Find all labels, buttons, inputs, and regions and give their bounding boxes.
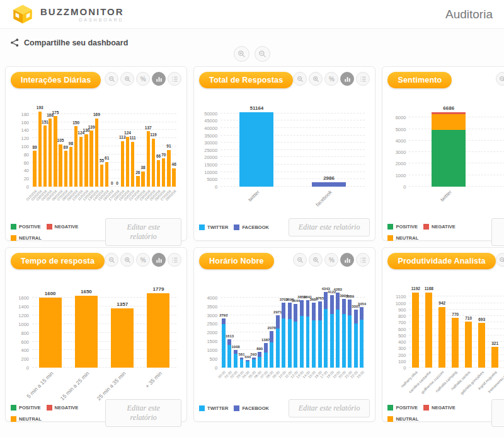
percent-view-button[interactable]: % (324, 72, 338, 86)
bar-chart-view-button[interactable] (340, 72, 354, 86)
bar[interactable] (121, 141, 124, 187)
bar[interactable] (131, 142, 134, 187)
bar-column[interactable]: 58103:00 (239, 287, 245, 368)
bar[interactable] (324, 292, 328, 368)
bar[interactable] (141, 172, 144, 187)
bar[interactable] (354, 310, 358, 368)
bar-column[interactable]: 9808/02/18 (68, 106, 73, 187)
bar[interactable] (95, 119, 98, 187)
bar[interactable] (264, 343, 268, 368)
bar-column[interactable]: 11924/02/18 (151, 106, 156, 187)
bar-column[interactable]: 16804/02/18 (48, 106, 53, 187)
share-dashboard-link[interactable]: Compartilhe seu dashboard (24, 38, 128, 47)
bar-column[interactable]: 942guilherme.zucconi (435, 287, 449, 368)
chart-zoom-in-button[interactable] (309, 72, 323, 86)
bar[interactable] (360, 307, 364, 368)
bar-column[interactable]: 9127/02/18 (166, 106, 171, 187)
bar-column[interactable]: 345423:00 (359, 287, 365, 368)
bar-column[interactable]: 89006:00 (256, 287, 263, 368)
bar-column[interactable]: 51164twitter (220, 106, 293, 187)
bar[interactable] (312, 182, 346, 187)
bar[interactable] (306, 300, 310, 368)
bar-column[interactable]: 1779+ 35 min (140, 287, 176, 368)
bar-chart-view-button[interactable] (152, 72, 166, 86)
bar-column[interactable]: 13912/02/18 (89, 106, 94, 187)
list-view-button[interactable] (168, 253, 181, 267)
bar[interactable] (33, 151, 36, 187)
bar[interactable] (258, 352, 261, 368)
bar[interactable] (79, 137, 83, 187)
bar-column[interactable]: 390420:00 (341, 287, 347, 368)
bar[interactable] (294, 304, 297, 368)
bar[interactable] (336, 293, 340, 368)
bar[interactable] (282, 303, 285, 368)
bar[interactable] (75, 296, 98, 368)
bar[interactable] (43, 125, 47, 187)
bar[interactable] (432, 112, 466, 187)
bar-column[interactable]: 15009/02/18 (74, 106, 79, 187)
bar[interactable] (147, 131, 150, 187)
chart-zoom-out-button[interactable] (496, 72, 504, 86)
bar-column[interactable]: 12419/02/18 (125, 106, 130, 187)
bar[interactable] (491, 347, 498, 368)
bar-column[interactable]: 19302/02/18 (37, 106, 42, 187)
bar[interactable] (69, 147, 72, 187)
bar-column[interactable]: 135725 min a 35 min (105, 287, 140, 368)
bar-column[interactable]: 330722:00 (353, 287, 359, 368)
chart-zoom-out-button[interactable] (293, 253, 307, 267)
bar-column[interactable]: 016/02/18 (110, 106, 115, 187)
bar-column[interactable]: 216treinamento.claro (501, 287, 504, 368)
bar[interactable] (438, 307, 445, 368)
bar-column[interactable]: 207808:00 (268, 287, 275, 368)
bar[interactable] (157, 160, 160, 187)
bar[interactable] (234, 350, 238, 368)
bar-column[interactable]: 1192nathany.silva (409, 287, 422, 368)
bar[interactable] (222, 318, 226, 368)
bar-column[interactable]: 161301:00 (227, 287, 233, 368)
chart-zoom-out-button[interactable] (496, 253, 504, 267)
bar-column[interactable]: 10506/02/18 (58, 106, 63, 187)
bar-column[interactable]: 12410/02/18 (79, 106, 84, 187)
bar-column[interactable]: 279200:00 (220, 287, 227, 368)
bar-column[interactable]: 428319:00 (335, 287, 341, 368)
bar-column[interactable]: 7026/02/18 (161, 106, 166, 187)
bar-column[interactable]: 16005 min a 15 min (32, 287, 68, 368)
bar-chart-view-button[interactable] (340, 253, 354, 267)
bar-column[interactable]: 6686twitter (409, 106, 488, 187)
bar-column[interactable]: 1683facebook (488, 106, 504, 187)
bar-column[interactable]: 376516:00 (317, 287, 323, 368)
edit-report-button[interactable]: Editar este relatório (491, 218, 504, 246)
bar[interactable] (227, 339, 231, 368)
bar-column[interactable]: 017/02/18 (115, 106, 120, 187)
bar-column[interactable]: 44404:00 (244, 287, 251, 368)
bar-chart-view-button[interactable] (152, 253, 166, 267)
chart-zoom-in-button[interactable] (120, 253, 134, 267)
bar[interactable] (84, 134, 88, 187)
bar[interactable] (252, 358, 256, 368)
bar[interactable] (348, 300, 352, 368)
bar-column[interactable]: 321ingrid.nogueira (488, 287, 501, 368)
bar[interactable] (300, 300, 304, 368)
bar[interactable] (162, 158, 165, 187)
bar[interactable] (288, 303, 292, 368)
percent-view-button[interactable]: % (136, 72, 150, 86)
bar-column[interactable]: 3822/02/18 (140, 106, 146, 187)
bar-column[interactable]: 17505/02/18 (53, 106, 58, 187)
bar-column[interactable]: 100802:00 (232, 287, 239, 368)
global-zoom-in-button[interactable] (234, 46, 249, 62)
bar[interactable] (342, 299, 346, 368)
bar-column[interactable]: 6625/02/18 (156, 106, 161, 187)
bar[interactable] (39, 298, 62, 368)
bar[interactable] (172, 168, 175, 187)
bar[interactable] (167, 150, 170, 187)
bar[interactable] (111, 308, 134, 368)
bar[interactable] (276, 315, 280, 368)
bar[interactable] (100, 165, 103, 187)
bar-column[interactable]: 693gabriela.goncalves (475, 287, 488, 368)
edit-report-button[interactable]: Editar este relatório (105, 399, 181, 427)
bar-column[interactable]: 16913/02/18 (94, 106, 99, 187)
bar-column[interactable]: 434317:00 (323, 287, 329, 368)
bar[interactable] (425, 293, 432, 368)
edit-report-button[interactable]: Editar este relatório (289, 218, 370, 236)
bar[interactable] (126, 137, 129, 187)
